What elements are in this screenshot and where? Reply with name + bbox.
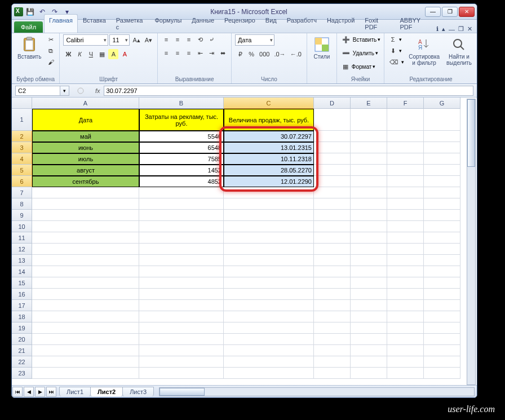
cell-B5[interactable]: 1452 (139, 165, 224, 176)
cell-D3[interactable] (314, 142, 351, 153)
underline-button[interactable]: Ч (86, 49, 96, 59)
align-left-button[interactable]: ≡ (161, 48, 171, 58)
column-header-G[interactable]: G (424, 98, 460, 109)
merge-button[interactable]: ⬌ (218, 48, 228, 58)
cell-B19[interactable] (139, 322, 224, 334)
cell-C13[interactable] (224, 255, 314, 266)
row-header-23[interactable]: 23 (12, 368, 32, 379)
cell-D19[interactable] (314, 322, 351, 334)
cell-E21[interactable] (351, 345, 387, 356)
row-header-17[interactable]: 17 (12, 300, 32, 311)
cell-A7[interactable] (32, 187, 139, 198)
cell-A19[interactable] (32, 322, 139, 334)
cell-C5[interactable]: 28.05.2270 (224, 165, 314, 176)
borders-button[interactable]: ▦ (97, 49, 107, 59)
ribbon-tab-вид[interactable]: Вид (260, 14, 282, 33)
cell-C7[interactable] (224, 187, 314, 198)
cell-F23[interactable] (387, 368, 424, 379)
doc-min-icon[interactable]: — (449, 26, 455, 33)
sheet-tab-Лист2[interactable]: Лист2 (90, 387, 123, 396)
cell-D17[interactable] (314, 300, 351, 311)
cell-F20[interactable] (387, 334, 424, 345)
ribbon-tab-вставка[interactable]: Вставка (78, 14, 111, 33)
decrease-indent-button[interactable]: ⇤ (195, 48, 205, 58)
cell-B22[interactable] (139, 356, 224, 368)
row-header-16[interactable]: 16 (12, 289, 32, 300)
cell-D22[interactable] (314, 356, 351, 368)
cell-D11[interactable] (314, 232, 351, 244)
cell-F2[interactable] (387, 131, 424, 142)
cell-D15[interactable] (314, 277, 351, 289)
cell-G21[interactable] (424, 345, 460, 356)
cell-F21[interactable] (387, 345, 424, 356)
cell-E20[interactable] (351, 334, 387, 345)
sheet-tab-Лист3[interactable]: Лист3 (122, 387, 154, 396)
doc-close-icon[interactable]: ✕ (467, 25, 472, 33)
cell-F8[interactable] (387, 198, 424, 210)
column-header-B[interactable]: B (139, 98, 224, 109)
cell-D14[interactable] (314, 266, 351, 277)
cell-D6[interactable] (314, 176, 351, 187)
cell-B18[interactable] (139, 311, 224, 322)
cell-F6[interactable] (387, 176, 424, 187)
cell-E13[interactable] (351, 255, 387, 266)
cell-A2[interactable]: май (32, 131, 139, 142)
horizontal-scrollbar[interactable] (159, 387, 475, 396)
cell-G19[interactable] (424, 322, 460, 334)
cell-A14[interactable] (32, 266, 139, 277)
align-middle-button[interactable]: ≡ (172, 34, 183, 45)
cell-F4[interactable] (387, 153, 424, 165)
cell-B13[interactable] (139, 255, 224, 266)
file-tab[interactable]: Файл (14, 21, 43, 33)
cell-A15[interactable] (32, 277, 139, 289)
cell-C6[interactable]: 12.01.2290 (224, 176, 314, 187)
cell-E17[interactable] (351, 300, 387, 311)
cell-C21[interactable] (224, 345, 314, 356)
help-icon[interactable]: ℹ (436, 25, 438, 33)
cell-D1[interactable] (314, 109, 351, 131)
cell-D20[interactable] (314, 334, 351, 345)
cell-G8[interactable] (424, 198, 460, 210)
cell-F19[interactable] (387, 322, 424, 334)
cell-F12[interactable] (387, 244, 424, 255)
cell-E23[interactable] (351, 368, 387, 379)
cell-E7[interactable] (351, 187, 387, 198)
cell-D4[interactable] (314, 153, 351, 165)
cell-D16[interactable] (314, 289, 351, 300)
cell-A4[interactable]: июль (32, 153, 139, 165)
increase-indent-button[interactable]: ⇥ (206, 48, 216, 58)
copy-button[interactable]: ⧉ (46, 46, 56, 56)
orientation-button[interactable]: ⟲ (195, 34, 205, 45)
cell-A18[interactable] (32, 311, 139, 322)
column-header-A[interactable]: A (32, 98, 139, 109)
cell-G13[interactable] (424, 255, 460, 266)
wrap-text-button[interactable]: ⤶ (206, 34, 216, 45)
row-header-11[interactable]: 11 (12, 232, 32, 244)
cell-B12[interactable] (139, 244, 224, 255)
cell-A3[interactable]: июнь (32, 142, 139, 153)
cell-C2[interactable]: 30.07.2297 (224, 131, 314, 142)
cell-styles-button[interactable]: Стили (311, 34, 333, 61)
cell-C16[interactable] (224, 289, 314, 300)
cell-E14[interactable] (351, 266, 387, 277)
cell-A10[interactable] (32, 221, 139, 232)
cell-E10[interactable] (351, 221, 387, 232)
cell-G18[interactable] (424, 311, 460, 322)
cell-E4[interactable] (351, 153, 387, 165)
cell-E18[interactable] (351, 311, 387, 322)
cell-G12[interactable] (424, 244, 460, 255)
cell-B1[interactable]: Затраты на рекламу, тыс. руб. (139, 109, 224, 131)
comma-button[interactable]: 000 (258, 49, 271, 59)
cell-B14[interactable] (139, 266, 224, 277)
sheet-nav-last[interactable]: ⏭ (46, 387, 56, 397)
cell-C8[interactable] (224, 198, 314, 210)
insert-cells-label[interactable]: Вставить (353, 37, 376, 43)
cell-B3[interactable]: 6548 (139, 142, 224, 153)
row-header-15[interactable]: 15 (12, 277, 32, 289)
fill-color-button[interactable]: A (108, 49, 118, 59)
ribbon-tab-разработч[interactable]: Разработч (282, 14, 322, 33)
fx-button[interactable]: fx (95, 87, 100, 94)
fill-button[interactable]: ⬇ (388, 46, 398, 56)
row-header-19[interactable]: 19 (12, 322, 32, 334)
cell-F15[interactable] (387, 277, 424, 289)
